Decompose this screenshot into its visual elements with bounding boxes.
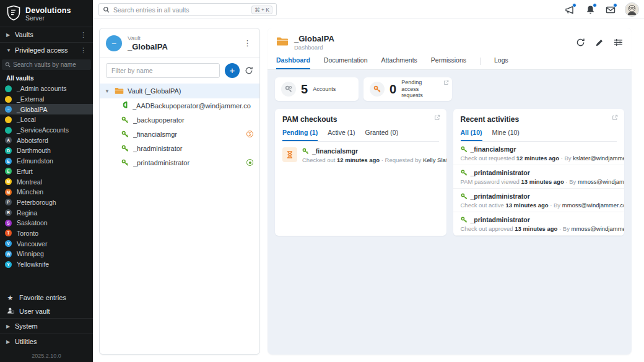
kebab-menu-icon[interactable]: ⋮ xyxy=(79,31,88,39)
sidebar-item-serviceaccounts[interactable]: _ServiceAccounts xyxy=(0,125,93,136)
external-link-icon[interactable] xyxy=(434,114,440,121)
filter-input[interactable] xyxy=(106,63,220,78)
tree-root-vault[interactable]: ▼ Vault (_GlobalPA) xyxy=(100,84,259,98)
sidebar-item-vancouver[interactable]: VVancouver xyxy=(0,238,93,249)
pending-requests-summary-card[interactable]: 0 Pending access requests xyxy=(363,77,452,101)
sidebar-item-toronto[interactable]: TToronto xyxy=(0,228,93,239)
keys-icon xyxy=(281,82,296,97)
pam-item-meta: Checked out 12 minutes ago · Requested b… xyxy=(302,157,446,163)
external-link-icon[interactable] xyxy=(443,80,449,85)
kebab-menu-icon[interactable]: ⋮ xyxy=(79,46,88,54)
sidebar-item-favorite-entries[interactable]: ★ Favorite entries xyxy=(0,291,93,304)
app-logo[interactable]: Devolutions Server xyxy=(0,0,93,27)
chevron-right-icon: ▶ xyxy=(6,324,15,329)
pam-checkout-item[interactable]: _financialsmgr Checked out 12 minutes ag… xyxy=(275,142,446,169)
pam-tab-pending[interactable]: Pending (1) xyxy=(282,129,318,141)
add-entry-button[interactable]: + xyxy=(225,63,240,78)
notifications-bell-icon[interactable] xyxy=(584,4,596,16)
notification-dot xyxy=(613,3,617,7)
external-link-icon[interactable] xyxy=(612,114,618,121)
tree-entry-financialsmgr[interactable]: _financialsmgr xyxy=(100,127,259,141)
sidebar-section-vaults[interactable]: ▶ Vaults ⋮ xyxy=(0,27,93,42)
dashboard-subtitle: Dashboard xyxy=(294,44,334,51)
edit-pencil-icon[interactable] xyxy=(595,38,604,47)
sidebar-item-user-vault[interactable]: User vault xyxy=(0,304,93,318)
pam-tab-granted[interactable]: Granted (0) xyxy=(365,129,399,141)
global-search-input[interactable] xyxy=(113,6,248,14)
vault-avatar: E xyxy=(5,158,12,165)
tab-permissions[interactable]: Permissions xyxy=(431,56,466,69)
vault-avatar: A xyxy=(5,137,12,144)
sidebar-section-utilities[interactable]: ▶ Utilities xyxy=(0,334,93,349)
tree-entry-printadministrator[interactable]: _printadministrator xyxy=(100,155,259,170)
activity-item[interactable]: _financialsmgr Check out requested 12 mi… xyxy=(453,142,625,165)
tree-entry-backupoperator[interactable]: _backupoperator xyxy=(100,113,259,127)
sidebar-item-erfurt[interactable]: EErfurt xyxy=(0,166,93,177)
kebab-menu-icon[interactable]: ⋮ xyxy=(242,38,253,48)
tab-dashboard[interactable]: Dashboard xyxy=(276,56,310,69)
tab-logs[interactable]: Logs xyxy=(494,56,508,69)
key-icon xyxy=(461,193,468,200)
settings-sliders-icon[interactable] xyxy=(614,38,623,46)
messages-icon[interactable] xyxy=(604,4,617,16)
sidebar-item-abbotsford[interactable]: AAbbotsford xyxy=(0,135,93,145)
vault-type-label: Vault xyxy=(128,35,168,41)
tree-entry-hradministrator[interactable]: _hradministrator xyxy=(100,141,259,155)
recent-tab-all[interactable]: All (10) xyxy=(461,129,482,141)
sidebar-item-saskatoon[interactable]: SSaskatoon xyxy=(0,218,93,228)
activity-item[interactable]: _printadministrator Check out approved 1… xyxy=(453,212,625,236)
key-icon xyxy=(121,116,129,124)
activity-item[interactable]: _printadministrator PAM password viewed … xyxy=(453,165,625,189)
vault-avatar: R xyxy=(5,209,12,216)
keyboard-shortcut-badge: ⌘ + K xyxy=(251,6,272,14)
key-icon xyxy=(461,217,468,223)
tab-attachments[interactable]: Attachments xyxy=(381,56,417,69)
sidebar-item-peterborough[interactable]: PPeterborough xyxy=(0,197,93,208)
dashboard-panel: _GlobalPA Dashboard Dashboard Documentat… xyxy=(268,28,632,355)
sidebar-search[interactable] xyxy=(2,59,91,70)
recent-tab-mine[interactable]: Mine (10) xyxy=(492,129,520,141)
sidebar-item-globalpa[interactable]: –_GlobalPA xyxy=(0,104,93,114)
sidebar-item-admin-accounts[interactable]: _Admin accounts xyxy=(0,84,93,94)
tab-documentation[interactable]: Documentation xyxy=(324,56,368,69)
sidebar-item-yellowknife[interactable]: YYellowknife xyxy=(0,259,93,270)
vault-search-input[interactable] xyxy=(13,61,88,68)
refresh-icon[interactable] xyxy=(245,66,253,75)
accounts-count: 5 xyxy=(301,82,308,97)
tree-entry-aadbackupoperator[interactable]: _AADBackupoperator@windjammer.co xyxy=(100,98,259,113)
announcements-icon[interactable] xyxy=(564,4,576,16)
user-vault-icon xyxy=(6,307,14,316)
folder-icon xyxy=(115,87,124,96)
sidebar-item-winnipeg[interactable]: WWinnipeg xyxy=(0,249,93,259)
sidebar-section-privileged-access[interactable]: ▼ Privileged access ⋮ xyxy=(0,42,93,58)
sidebar-item-munchen[interactable]: MMünchen xyxy=(0,187,93,197)
sidebar-item-local[interactable]: _Local xyxy=(0,114,93,125)
notification-dot xyxy=(572,3,577,7)
sidebar-item-edmundston[interactable]: EEdmundston xyxy=(0,156,93,166)
sidebar-item-darthmouth[interactable]: DDarthmouth xyxy=(0,145,93,156)
activity-item[interactable]: _printadministrator Check out active 13 … xyxy=(453,189,625,212)
brand-name: Devolutions xyxy=(25,6,71,15)
search-icon xyxy=(5,61,11,69)
refresh-icon[interactable] xyxy=(576,38,585,47)
vault-title: _GlobalPA xyxy=(128,42,168,51)
chevron-down-icon: ▼ xyxy=(105,88,111,94)
notification-dot xyxy=(593,3,597,7)
pam-tab-active[interactable]: Active (1) xyxy=(328,129,355,141)
activity-list[interactable]: _financialsmgr Check out requested 12 mi… xyxy=(453,142,625,236)
vault-avatar: T xyxy=(5,230,12,236)
hourglass-icon xyxy=(282,147,297,162)
sidebar-item-external[interactable]: _External xyxy=(0,94,93,105)
folder-icon xyxy=(276,36,289,49)
global-search[interactable]: ⌘ + K xyxy=(98,3,277,16)
vault-avatar: – xyxy=(5,106,12,113)
privileged-access-label: Privileged access xyxy=(15,46,79,54)
sidebar-section-system[interactable]: ▶ System xyxy=(0,318,93,334)
topbar: ⌘ + K xyxy=(93,0,644,19)
brand-sub: Server xyxy=(25,14,71,22)
user-avatar[interactable] xyxy=(625,2,639,17)
sidebar-item-montreal[interactable]: MMontreal xyxy=(0,176,93,187)
accounts-summary-card[interactable]: 5 Accounts xyxy=(275,77,359,101)
key-icon xyxy=(121,131,129,138)
sidebar-item-regina[interactable]: RRegina xyxy=(0,207,93,218)
